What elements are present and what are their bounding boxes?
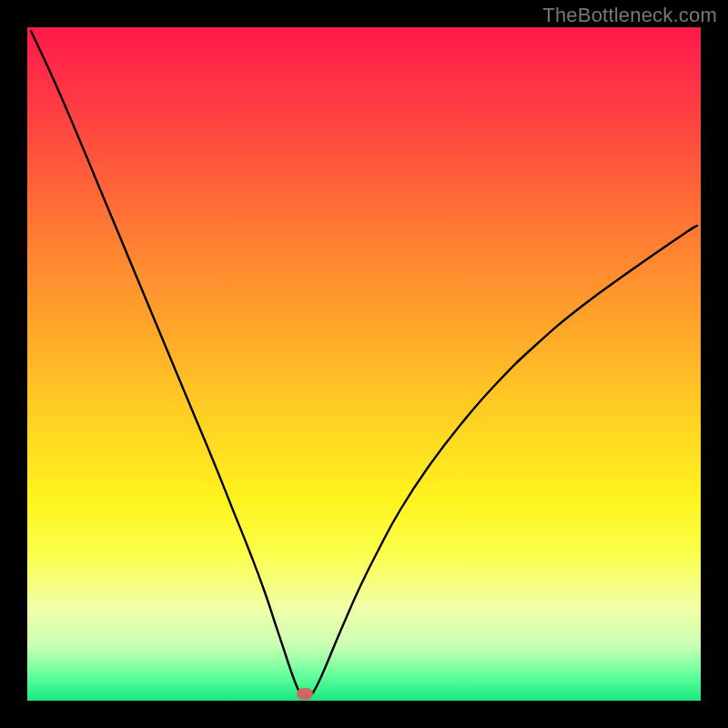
curve-svg: [27, 27, 701, 701]
bottleneck-curve: [31, 31, 697, 697]
watermark-text: TheBottleneck.com: [542, 4, 717, 27]
chart-plot-area: [27, 27, 701, 701]
minimum-marker: [297, 688, 313, 700]
